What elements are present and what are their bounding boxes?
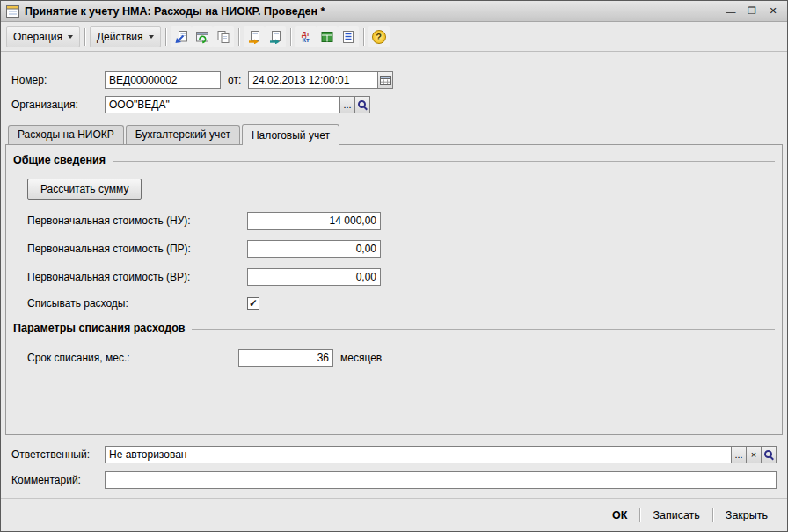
comment-row: Комментарий: (11, 471, 777, 489)
toolbar-separator (165, 28, 166, 46)
chevron-down-icon (149, 35, 154, 39)
writeoff-row: Списывать расходы: ✓ (27, 297, 768, 310)
post-document-icon[interactable] (265, 26, 286, 47)
close-icon[interactable]: ✕ (764, 4, 782, 18)
params-section-header: Параметры списания расходов (13, 322, 775, 334)
writeoff-term-row: Срок списания, мес.: 36 месяцев (27, 349, 768, 367)
save-button[interactable]: Записать (642, 506, 710, 525)
responsible-label: Ответственный: (11, 448, 105, 461)
initial-cost-pr-label: Первоначальная стоимость (ПР): (27, 243, 247, 255)
tab-strip: Расходы на НИОКР Бухгалтерский учет Нало… (8, 124, 780, 144)
document-movements-icon[interactable] (317, 26, 338, 47)
help-icon[interactable]: ? (368, 26, 390, 47)
tab-accounting[interactable]: Бухгалтерский учет (126, 125, 240, 144)
ok-button[interactable]: ОК (602, 506, 638, 525)
button-separator (639, 508, 640, 522)
initial-cost-nu-input[interactable]: 14 000,00 (247, 212, 381, 230)
bottom-button-bar: ОК Записать Закрыть (1, 498, 787, 531)
toolbar-separator (290, 28, 291, 46)
chevron-down-icon (68, 35, 73, 39)
magnifier-icon[interactable] (354, 96, 370, 113)
organization-label: Организация: (11, 98, 105, 111)
number-input[interactable]: ВЕД00000002 (105, 71, 221, 89)
toolbar-separator (84, 28, 85, 46)
date-label: от: (228, 74, 241, 86)
number-label: Номер: (11, 74, 105, 86)
create-based-icon[interactable] (244, 26, 265, 47)
calculate-amount-button[interactable]: Рассчитать сумму (27, 179, 142, 200)
document-icon (6, 5, 19, 18)
list-icon[interactable] (338, 26, 359, 47)
help-glyph: ? (372, 30, 386, 44)
dt-kt-icon[interactable]: Дт Кт (296, 26, 317, 47)
responsible-input[interactable]: Не авторизован (105, 446, 732, 463)
tax-tab-panel: Общие сведения Рассчитать сумму Первонач… (5, 144, 783, 435)
title-bar: Принятие к учету НМА: Расходы на НИОКР. … (1, 1, 787, 22)
toolbar-separator (363, 28, 364, 46)
organization-input[interactable]: ООО"ВЕДА" (105, 96, 340, 113)
kt-label: Кт (302, 37, 310, 43)
writeoff-checkbox[interactable]: ✓ (247, 297, 259, 310)
refresh-icon[interactable] (192, 26, 213, 47)
organization-row: Организация: ООО"ВЕДА" ... (11, 96, 777, 113)
section-rule (113, 161, 775, 162)
params-section-title: Параметры списания расходов (13, 322, 185, 334)
comment-label: Комментарий: (11, 474, 105, 486)
date-input[interactable]: 24.02.2013 12:00:01 (248, 71, 378, 89)
comment-input[interactable] (105, 471, 777, 489)
actions-menu-button[interactable]: Действия (90, 26, 161, 47)
writeoff-term-input[interactable]: 36 (238, 349, 333, 367)
number-row: Номер: ВЕД00000002 от: 24.02.2013 12:00:… (11, 71, 777, 89)
initial-cost-pr-input[interactable]: 0,00 (247, 240, 381, 258)
calendar-icon[interactable] (377, 71, 393, 89)
copy-icon[interactable] (213, 26, 234, 47)
close-button[interactable]: Закрыть (715, 506, 778, 525)
writeoff-term-suffix: месяцев (340, 352, 382, 364)
initial-cost-nu-label: Первоначальная стоимость (НУ): (27, 215, 247, 227)
actions-menu-label: Действия (97, 31, 143, 43)
button-separator (712, 508, 713, 522)
ellipsis-button[interactable]: ... (731, 446, 747, 463)
section-rule (192, 329, 775, 330)
general-section-header: Общие сведения (13, 154, 775, 166)
maximize-icon[interactable]: ❐ (743, 4, 761, 18)
initial-cost-pr-row: Первоначальная стоимость (ПР): 0,00 (27, 240, 768, 258)
tab-tax-accounting[interactable]: Налоговый учет (242, 124, 339, 145)
minimize-icon[interactable]: — (722, 4, 740, 18)
initial-cost-vr-label: Первоначальная стоимость (ВР): (27, 271, 247, 283)
toolbar-separator (238, 28, 239, 46)
tab-rd-expenses[interactable]: Расходы на НИОКР (8, 125, 124, 144)
writeoff-term-label: Срок списания, мес.: (27, 352, 238, 364)
reread-icon[interactable] (171, 26, 192, 47)
magnifier-glyph (358, 100, 366, 108)
window-title: Принятие к учету НМА: Расходы на НИОКР. … (25, 5, 325, 18)
responsible-row: Ответственный: Не авторизован ... × (11, 446, 777, 463)
initial-cost-vr-input[interactable]: 0,00 (247, 268, 381, 286)
operation-menu-label: Операция (13, 31, 62, 43)
clear-icon[interactable]: × (746, 446, 762, 463)
magnifier-icon[interactable] (761, 446, 777, 463)
operation-menu-button[interactable]: Операция (6, 26, 80, 47)
initial-cost-vr-row: Первоначальная стоимость (ВР): 0,00 (27, 268, 768, 286)
toolbar: Операция Действия (1, 23, 787, 52)
writeoff-label: Списывать расходы: (27, 297, 247, 310)
ellipsis-button[interactable]: ... (339, 96, 355, 113)
document-window: Принятие к учету НМА: Расходы на НИОКР. … (0, 0, 788, 532)
magnifier-glyph (764, 450, 772, 458)
initial-cost-nu-row: Первоначальная стоимость (НУ): 14 000,00 (27, 212, 768, 230)
general-section-title: Общие сведения (13, 154, 106, 166)
